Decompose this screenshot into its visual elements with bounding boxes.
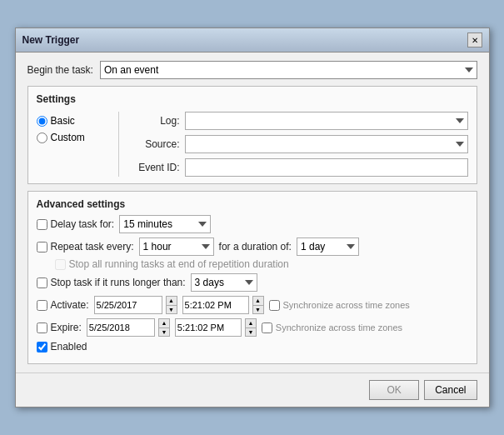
dialog-title: New Trigger — [22, 34, 80, 46]
expire-label: Expire: — [51, 322, 82, 333]
settings-section: Settings Basic Custom — [27, 86, 477, 184]
expire-time-down[interactable]: ▼ — [246, 328, 256, 337]
stop-longer-checkbox[interactable] — [37, 278, 47, 288]
activate-time-down[interactable]: ▼ — [253, 306, 263, 314]
stop-note-label: Stop all running tasks at end of repetit… — [55, 258, 468, 270]
close-button[interactable]: ✕ — [467, 32, 482, 48]
expire-date-down[interactable]: ▼ — [159, 328, 169, 337]
stop-longer-check-label[interactable]: Stop task if it runs longer than: — [37, 277, 186, 288]
expire-sync-text: Synchronize across time zones — [276, 322, 402, 332]
activate-date-group: ▲ ▼ — [94, 296, 177, 314]
repeat-check-label[interactable]: Repeat task every: — [37, 241, 134, 252]
expire-sync-checkbox[interactable] — [262, 322, 272, 333]
expire-check-label[interactable]: Expire: — [37, 322, 82, 333]
close-icon: ✕ — [472, 36, 478, 45]
enabled-row: Enabled — [37, 341, 468, 352]
delay-checkbox[interactable] — [37, 219, 47, 230]
settings-title: Settings — [37, 93, 468, 105]
enabled-check-label[interactable]: Enabled — [37, 341, 87, 352]
activate-date-up[interactable]: ▲ — [167, 297, 177, 306]
expire-time-input[interactable] — [175, 318, 242, 337]
title-bar: New Trigger ✕ — [16, 28, 489, 52]
expire-time-up[interactable]: ▲ — [246, 319, 256, 328]
cancel-button[interactable]: Cancel — [424, 380, 477, 400]
begin-task-row: Begin the task: On an event On a schedul… — [27, 61, 477, 79]
repeat-select[interactable]: 1 hour 30 minutes 2 hours — [139, 238, 214, 256]
repeat-row: Repeat task every: 1 hour 30 minutes 2 h… — [37, 238, 468, 256]
source-label: Source: — [126, 138, 180, 150]
radio-basic-text: Basic — [51, 115, 75, 127]
expire-time-spin[interactable]: ▲ ▼ — [245, 318, 257, 337]
activate-time-up[interactable]: ▲ — [253, 297, 263, 306]
stop-note-checkbox — [55, 259, 66, 270]
duration-label: for a duration of: — [219, 241, 292, 252]
radio-basic[interactable] — [37, 116, 47, 127]
expire-time-group: ▲ ▼ — [175, 318, 257, 337]
expire-checkbox[interactable] — [37, 322, 47, 333]
log-label: Log: — [126, 115, 180, 127]
expire-date-spin[interactable]: ▲ ▼ — [158, 318, 170, 337]
enabled-checkbox[interactable] — [37, 342, 47, 352]
activate-date-input[interactable] — [94, 296, 162, 314]
delay-check-label[interactable]: Delay task for: — [37, 218, 115, 230]
button-bar: OK Cancel — [16, 372, 489, 407]
radio-basic-label[interactable]: Basic — [37, 115, 112, 127]
vertical-divider — [118, 112, 119, 177]
expire-date-up[interactable]: ▲ — [159, 319, 169, 328]
event-id-label: Event ID: — [126, 162, 180, 173]
ok-button[interactable]: OK — [369, 380, 419, 400]
activate-check-label[interactable]: Activate: — [37, 299, 89, 311]
activate-label: Activate: — [51, 299, 89, 311]
activate-time-group: ▲ ▼ — [182, 296, 264, 314]
radio-panel: Basic Custom — [37, 112, 112, 177]
stop-longer-label: Stop task if it runs longer than: — [51, 277, 186, 288]
repeat-checkbox[interactable] — [37, 242, 47, 252]
delay-row: Delay task for: 15 minutes 30 minutes 1 … — [37, 215, 468, 233]
expire-date-group: ▲ ▼ — [87, 318, 170, 337]
expire-row: Expire: ▲ ▼ ▲ ▼ — [37, 318, 468, 337]
settings-content: Basic Custom Log: — [37, 112, 468, 177]
activate-time-input[interactable] — [182, 296, 249, 314]
delay-select[interactable]: 15 minutes 30 minutes 1 hour — [119, 215, 211, 233]
repeat-label: Repeat task every: — [51, 241, 134, 252]
advanced-section: Advanced settings Delay task for: 15 min… — [27, 191, 477, 364]
log-select[interactable] — [185, 112, 468, 130]
radio-custom-label[interactable]: Custom — [37, 132, 112, 143]
activate-sync-text: Synchronize across time zones — [283, 300, 410, 310]
activate-row: Activate: ▲ ▼ ▲ ▼ — [37, 296, 468, 314]
duration-select[interactable]: 1 day 12 hours Indefinitely — [297, 238, 359, 256]
activate-time-spin[interactable]: ▲ ▼ — [252, 296, 264, 314]
begin-task-select[interactable]: On an event On a schedule At log on At s… — [100, 61, 477, 79]
log-row: Log: — [126, 112, 468, 130]
dialog-body: Begin the task: On an event On a schedul… — [16, 52, 489, 372]
new-trigger-dialog: New Trigger ✕ Begin the task: On an even… — [15, 28, 490, 408]
activate-date-down[interactable]: ▼ — [167, 306, 177, 314]
source-row: Source: — [126, 135, 468, 153]
expire-sync-label[interactable]: Synchronize across time zones — [262, 322, 402, 333]
activate-sync-label[interactable]: Synchronize across time zones — [269, 300, 410, 311]
delay-label: Delay task for: — [51, 218, 115, 230]
advanced-title: Advanced settings — [37, 198, 468, 210]
stop-note: Stop all running tasks at end of repetit… — [37, 258, 468, 270]
event-id-row: Event ID: — [126, 158, 468, 177]
stop-longer-row: Stop task if it runs longer than: 3 days… — [37, 273, 468, 292]
activate-sync-checkbox[interactable] — [269, 300, 280, 311]
radio-custom[interactable] — [37, 132, 47, 143]
expire-date-input[interactable] — [87, 318, 155, 337]
begin-task-label: Begin the task: — [27, 64, 93, 76]
event-id-input[interactable] — [185, 158, 468, 177]
activate-date-spin[interactable]: ▲ ▼ — [166, 296, 177, 314]
fields-panel: Log: Source: Event ID: — [126, 112, 468, 177]
stop-note-text: Stop all running tasks at end of repetit… — [69, 258, 289, 270]
radio-custom-text: Custom — [51, 132, 85, 143]
source-select[interactable] — [185, 135, 468, 153]
stop-longer-select[interactable]: 3 days 1 hour 30 minutes — [191, 273, 257, 292]
enabled-label: Enabled — [51, 341, 87, 352]
activate-checkbox[interactable] — [37, 300, 47, 311]
